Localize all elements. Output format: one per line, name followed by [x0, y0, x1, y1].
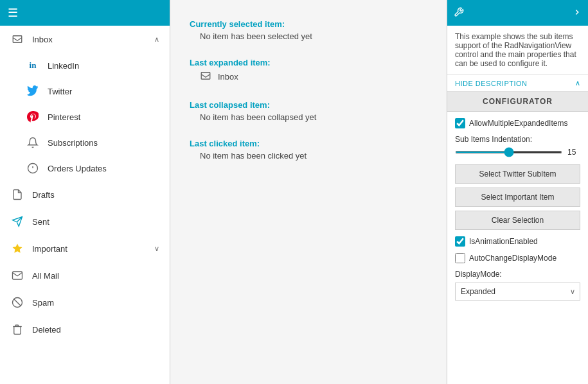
- slider-value: 15: [567, 148, 580, 157]
- config-description: This example shows the sub items support…: [447, 26, 588, 75]
- spam-label: Spam: [32, 298, 159, 308]
- nav-item-inbox[interactable]: Inbox ∧: [0, 26, 170, 53]
- nav-item-sent[interactable]: Sent: [0, 208, 170, 235]
- last-clicked-value: No item has been clicked yet: [200, 151, 427, 161]
- nav-item-drafts[interactable]: Drafts: [0, 181, 170, 208]
- svg-rect-7: [201, 73, 210, 80]
- allow-multiple-checkbox[interactable]: [455, 118, 465, 128]
- nav-item-allmail[interactable]: All Mail: [0, 262, 170, 289]
- last-expanded-section: Last expanded item: Inbox: [190, 58, 427, 83]
- orders-label: Orders Updates: [48, 164, 107, 173]
- pinterest-icon: [26, 110, 40, 124]
- allow-multiple-row: AllowMultipleExpandedItems: [455, 118, 580, 128]
- select-twitter-subitem-btn[interactable]: Select Twitter SubItem: [455, 164, 580, 184]
- nav-item-pinterest[interactable]: Pinterest: [0, 104, 170, 130]
- last-expanded-text: Inbox: [218, 72, 238, 82]
- subscriptions-label: Subscriptions: [48, 138, 98, 148]
- allmail-label: All Mail: [32, 271, 159, 281]
- select-important-item-btn[interactable]: Select Important Item: [455, 188, 580, 207]
- is-animation-row: IsAnimationEnabled: [455, 236, 580, 247]
- inbox-chevron: ∧: [154, 35, 159, 44]
- clear-selection-btn[interactable]: Clear Selection: [455, 211, 580, 230]
- currently-selected-label: Currently selected item:: [190, 19, 427, 29]
- nav-item-orders[interactable]: Orders Updates: [0, 155, 170, 181]
- config-header: [447, 0, 588, 26]
- main-content: Currently selected item: No item has bee…: [170, 0, 447, 384]
- last-expanded-label: Last expanded item:: [190, 58, 427, 67]
- inbox-icon: [10, 32, 24, 46]
- indentation-slider[interactable]: [455, 151, 562, 153]
- pinterest-label: Pinterest: [48, 112, 80, 122]
- svg-line-6: [14, 299, 21, 306]
- config-body: AllowMultipleExpandedItems Sub Items Ind…: [447, 112, 588, 384]
- nav-item-subscriptions[interactable]: Subscriptions: [0, 130, 170, 155]
- important-label: Important: [32, 244, 154, 254]
- slider-row: 15: [455, 148, 580, 157]
- sub-items-indentation-label: Sub Items Indentation:: [455, 135, 580, 144]
- hide-description-btn[interactable]: HIDE DESCRIPTION ∧: [447, 75, 588, 92]
- currently-selected-value: No item has been selected yet: [200, 31, 427, 41]
- auto-change-checkbox[interactable]: [455, 253, 465, 263]
- config-arrow-icon[interactable]: [573, 8, 582, 19]
- linkedin-label: LinkedIn: [48, 61, 79, 71]
- linkedin-icon: in: [26, 58, 40, 73]
- twitter-label: Twitter: [48, 87, 72, 96]
- is-animation-label: IsAnimationEnabled: [469, 237, 538, 246]
- allmail-icon: [10, 268, 24, 283]
- drafts-icon: [10, 188, 24, 202]
- display-mode-select-wrap: Expanded Compact Minimal ∨: [455, 283, 580, 301]
- sent-icon: [10, 214, 24, 229]
- config-panel: This example shows the sub items support…: [447, 0, 588, 384]
- last-clicked-label: Last clicked item:: [190, 139, 427, 148]
- drafts-label: Drafts: [32, 190, 159, 200]
- app-container: ☰ Inbox ∧ in: [0, 0, 588, 384]
- nav-header: ☰: [0, 0, 170, 26]
- nav-panel: ☰ Inbox ∧ in: [0, 0, 170, 384]
- is-animation-checkbox[interactable]: [455, 236, 465, 247]
- last-collapsed-section: Last collapsed item: No item has been co…: [190, 100, 427, 122]
- nav-item-important[interactable]: Important ∨: [0, 235, 170, 262]
- last-expanded-value: Inbox: [200, 70, 427, 83]
- display-mode-label: DisplayMode:: [455, 270, 580, 279]
- orders-icon: [26, 161, 40, 175]
- sent-label: Sent: [32, 217, 159, 227]
- configurator-title: CONFIGURATOR: [447, 92, 588, 112]
- last-collapsed-label: Last collapsed item:: [190, 100, 427, 110]
- spam-icon: [10, 295, 24, 310]
- nav-item-deleted[interactable]: Deleted: [0, 316, 170, 343]
- hamburger-icon[interactable]: ☰: [8, 6, 18, 20]
- nav-item-linkedin[interactable]: in LinkedIn: [0, 53, 170, 78]
- inbox-label: Inbox: [32, 35, 154, 44]
- nav-item-spam[interactable]: Spam: [0, 289, 170, 316]
- deleted-label: Deleted: [32, 325, 159, 335]
- allow-multiple-label: AllowMultipleExpandedItems: [469, 119, 567, 128]
- last-clicked-section: Last clicked item: No item has been clic…: [190, 139, 427, 161]
- important-chevron: ∨: [154, 245, 159, 253]
- svg-rect-0: [13, 36, 22, 43]
- last-expanded-icon: [200, 70, 211, 83]
- auto-change-label: AutoChangeDisplayMode: [469, 254, 557, 263]
- important-icon: [10, 241, 24, 256]
- hide-description-chevron: ∧: [575, 79, 581, 87]
- display-mode-select[interactable]: Expanded Compact Minimal: [455, 283, 580, 301]
- inbox-sub-items: in LinkedIn Twitter: [0, 53, 170, 181]
- subscriptions-icon: [26, 135, 40, 150]
- last-collapsed-value: No item has been collapsed yet: [200, 112, 427, 122]
- currently-selected-section: Currently selected item: No item has bee…: [190, 19, 427, 41]
- nav-item-twitter[interactable]: Twitter: [0, 78, 170, 104]
- auto-change-row: AutoChangeDisplayMode: [455, 253, 580, 263]
- deleted-icon: [10, 322, 24, 336]
- config-wrench-icon: [454, 7, 464, 19]
- svg-marker-4: [13, 244, 22, 253]
- nav-items: Inbox ∧ in LinkedIn: [0, 26, 170, 384]
- twitter-icon: [26, 84, 40, 98]
